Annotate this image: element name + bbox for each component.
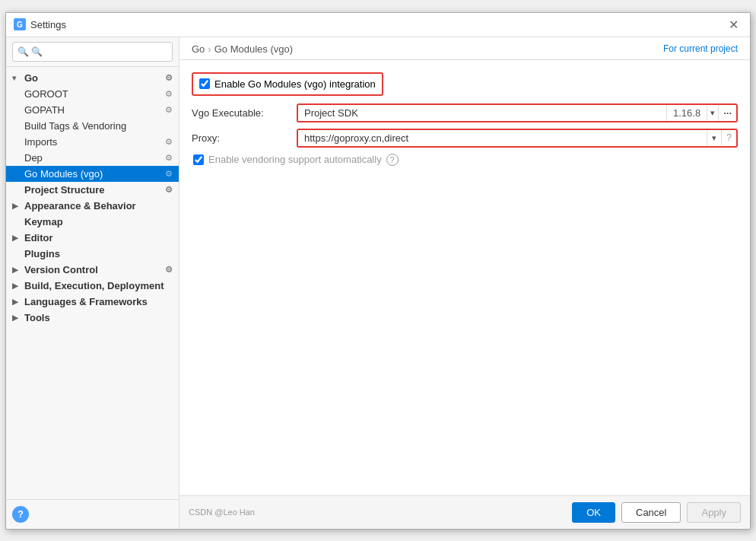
sidebar-item-goroot-label: GOROOT bbox=[24, 88, 68, 100]
settings-window: G Settings ✕ 🔍 ▾ Go ⚙ bbox=[5, 12, 751, 530]
title-bar-left: G Settings bbox=[14, 18, 66, 30]
sidebar-item-go[interactable]: ▾ Go ⚙ bbox=[6, 70, 179, 86]
sidebar-item-go-label: Go bbox=[24, 72, 38, 84]
sidebar-item-version-control[interactable]: ▶ Version Control ⚙ bbox=[6, 262, 179, 278]
vendoring-checkbox[interactable] bbox=[193, 154, 204, 165]
expand-icon-ed: ▶ bbox=[12, 234, 21, 242]
ok-button[interactable]: OK bbox=[572, 502, 615, 523]
sidebar-item-version-control-label: Version Control bbox=[24, 264, 98, 275]
sidebar-item-languages-label: Languages & Frameworks bbox=[24, 296, 148, 307]
breadcrumb: Go › Go Modules (vgo) bbox=[192, 43, 293, 55]
sidebar: 🔍 ▾ Go ⚙ GOROOT ⚙ GOPATH bbox=[6, 37, 179, 529]
sidebar-item-keymap[interactable]: Keymap bbox=[6, 214, 179, 230]
for-current-project-link[interactable]: For current project bbox=[663, 43, 738, 54]
sidebar-item-build-label: Build, Execution, Deployment bbox=[24, 280, 164, 291]
sdk-more-btn[interactable]: ··· bbox=[718, 105, 736, 121]
sidebar-item-plugins[interactable]: Plugins bbox=[6, 246, 179, 262]
vgo-executable-row: Vgo Executable: 1.16.8 ▾ ··· bbox=[192, 103, 738, 123]
enable-go-modules-checkbox[interactable] bbox=[199, 78, 210, 89]
sidebar-item-editor[interactable]: ▶ Editor bbox=[6, 230, 179, 246]
sidebar-item-tools-label: Tools bbox=[24, 312, 50, 323]
vendoring-help-icon[interactable]: ? bbox=[386, 154, 399, 166]
sidebar-item-appearance[interactable]: ▶ Appearance & Behavior bbox=[6, 198, 179, 214]
proxy-input[interactable] bbox=[298, 130, 707, 146]
help-button[interactable]: ? bbox=[12, 506, 29, 523]
sidebar-item-build-tags[interactable]: Build Tags & Vendoring bbox=[6, 118, 179, 134]
main-content: Enable Go Modules (vgo) integration Vgo … bbox=[179, 60, 750, 495]
expand-icon-bed: ▶ bbox=[12, 282, 21, 290]
proxy-field-container: ▾ ? bbox=[297, 129, 738, 148]
window-title: Settings bbox=[30, 19, 66, 30]
config-icon-vc: ⚙ bbox=[165, 265, 173, 275]
sidebar-item-appearance-label: Appearance & Behavior bbox=[24, 200, 136, 212]
sidebar-item-keymap-label: Keymap bbox=[24, 216, 63, 228]
sdk-dropdown-btn[interactable]: ▾ bbox=[707, 106, 718, 120]
config-icon-ps: ⚙ bbox=[165, 185, 173, 195]
proxy-row: Proxy: ▾ ? bbox=[192, 129, 738, 148]
breadcrumb-go: Go bbox=[192, 43, 205, 55]
sidebar-item-project-structure[interactable]: Project Structure ⚙ bbox=[6, 182, 179, 198]
vgo-label: Vgo Executable: bbox=[192, 107, 291, 119]
cancel-button[interactable]: Cancel bbox=[621, 502, 681, 523]
vendoring-row: Enable vendoring support automatically ? bbox=[192, 154, 738, 166]
expand-icon-lf: ▶ bbox=[12, 298, 21, 306]
title-bar: G Settings ✕ bbox=[6, 13, 750, 37]
sidebar-bottom: ? bbox=[6, 499, 179, 529]
main-panel: Go › Go Modules (vgo) For current projec… bbox=[179, 37, 750, 529]
vendoring-label: Enable vendoring support automatically bbox=[208, 154, 382, 165]
app-icon: G bbox=[14, 18, 26, 30]
proxy-dropdown-btn[interactable]: ▾ bbox=[707, 131, 721, 145]
search-wrapper: 🔍 bbox=[12, 42, 173, 62]
sidebar-item-tools[interactable]: ▶ Tools bbox=[6, 310, 179, 326]
breadcrumb-go-modules: Go Modules (vgo) bbox=[214, 43, 293, 55]
close-button[interactable]: ✕ bbox=[724, 15, 742, 33]
sidebar-item-dep[interactable]: Dep ⚙ bbox=[6, 150, 179, 166]
search-input[interactable] bbox=[12, 42, 173, 62]
apply-button[interactable]: Apply bbox=[687, 502, 741, 523]
content-area: 🔍 ▾ Go ⚙ GOROOT ⚙ GOPATH bbox=[6, 37, 750, 529]
sdk-version: 1.16.8 bbox=[666, 105, 707, 121]
sidebar-item-go-modules[interactable]: Go Modules (vgo) ⚙ bbox=[6, 166, 179, 182]
sidebar-item-plugins-label: Plugins bbox=[24, 248, 60, 259]
expand-icon-ab: ▶ bbox=[12, 202, 21, 210]
expand-icon-vc: ▶ bbox=[12, 266, 21, 274]
sidebar-item-gopath[interactable]: GOPATH ⚙ bbox=[6, 102, 179, 118]
sidebar-item-editor-label: Editor bbox=[24, 232, 53, 243]
sidebar-item-goroot[interactable]: GOROOT ⚙ bbox=[6, 86, 179, 102]
config-icon-go: ⚙ bbox=[165, 73, 173, 83]
enable-checkbox-row: Enable Go Modules (vgo) integration bbox=[192, 72, 383, 96]
sidebar-item-dep-label: Dep bbox=[24, 152, 43, 164]
sidebar-item-build-tags-label: Build Tags & Vendoring bbox=[24, 120, 126, 132]
config-icon-gopath: ⚙ bbox=[165, 105, 173, 115]
expand-icon-tools: ▶ bbox=[12, 313, 21, 322]
vgo-value-input[interactable] bbox=[298, 105, 666, 121]
breadcrumb-sep: › bbox=[208, 43, 211, 55]
search-icon: 🔍 bbox=[17, 46, 29, 57]
config-icon-goroot: ⚙ bbox=[165, 89, 173, 99]
sidebar-item-gopath-label: GOPATH bbox=[24, 104, 65, 116]
main-header: Go › Go Modules (vgo) For current projec… bbox=[179, 37, 750, 60]
proxy-label: Proxy: bbox=[192, 132, 291, 144]
footer: CSDN @Leo Han OK Cancel Apply bbox=[179, 495, 750, 529]
sidebar-item-imports-label: Imports bbox=[24, 136, 57, 148]
expand-icon: ▾ bbox=[12, 74, 21, 82]
sidebar-tree: ▾ Go ⚙ GOROOT ⚙ GOPATH ⚙ Build Tags & Ve… bbox=[6, 67, 179, 499]
watermark: CSDN @Leo Han bbox=[189, 508, 255, 517]
search-box: 🔍 bbox=[6, 37, 179, 67]
proxy-help-btn[interactable]: ? bbox=[721, 130, 736, 145]
sidebar-item-languages[interactable]: ▶ Languages & Frameworks bbox=[6, 294, 179, 310]
sidebar-item-build[interactable]: ▶ Build, Execution, Deployment bbox=[6, 278, 179, 294]
sidebar-item-imports[interactable]: Imports ⚙ bbox=[6, 134, 179, 150]
sidebar-item-go-modules-label: Go Modules (vgo) bbox=[24, 168, 103, 180]
config-icon-go-modules: ⚙ bbox=[165, 169, 173, 179]
sidebar-item-project-structure-label: Project Structure bbox=[24, 184, 104, 196]
config-icon-dep: ⚙ bbox=[165, 153, 173, 163]
enable-go-modules-label: Enable Go Modules (vgo) integration bbox=[214, 78, 376, 90]
vgo-field-container: 1.16.8 ▾ ··· bbox=[297, 103, 738, 123]
config-icon-imports: ⚙ bbox=[165, 137, 173, 147]
